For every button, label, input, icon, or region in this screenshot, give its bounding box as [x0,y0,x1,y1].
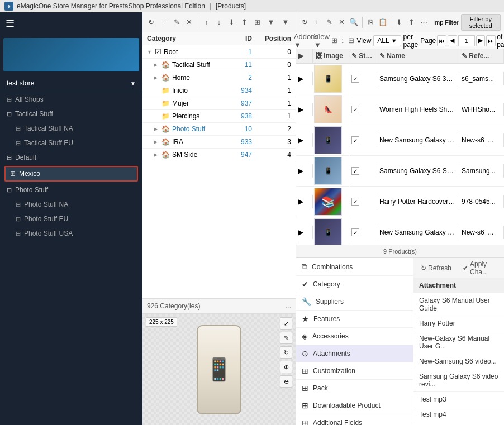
refresh-attach-btn[interactable]: ↻ Refresh [417,261,455,275]
tab-category[interactable]: ✔ Category [296,276,413,293]
status-checkbox[interactable]: ✓ [351,228,359,236]
tree-row-mujer[interactable]: 📁 Mujer 937 1 [142,97,296,110]
tab-pack[interactable]: ⊞ Pack [296,380,413,397]
apply-changes-btn[interactable]: ✔ Apply Cha... [459,261,501,275]
store-selector[interactable]: test store ▼ [0,75,142,92]
table-row[interactable]: ▶ 📱 ✓ New Samsung Galaxy S6 32GB Gold Ne… [296,217,504,245]
photo-id: 10 [218,125,252,133]
status-checkbox[interactable]: ✓ [351,75,359,83]
table-row[interactable]: ▶ 📱 ✓ Samsung Galaxy S6 SM-G920F 32GB Sa… [296,156,504,187]
tree-row-root[interactable]: ▼ ☑ Root 1 0 [142,45,296,59]
sort-btn[interactable]: ↕ [340,34,345,47]
attach-item[interactable]: New-Galaxy S6 Manual User G... [413,331,504,354]
edit-img-btn[interactable]: ✎ [280,332,292,344]
tree-row-ira[interactable]: ▶ 🏠 IRA 933 3 [142,136,296,149]
mexico-label: Mexico [19,170,40,178]
edit-product-btn[interactable]: ✎ [324,16,335,29]
attach-item[interactable]: Galaxy S6 Manual User Guide [413,293,504,316]
tree-row-smside[interactable]: ▶ 🏠 SM Side 947 4 [142,149,296,161]
sidebar-item-photo-usa[interactable]: ⊞ Photo Stuff USA [0,226,142,241]
tab-suppliers[interactable]: 🔧 Suppliers [296,293,413,311]
sidebar-item-tactical-eu[interactable]: ⊞ Tactical Stuff EU [0,136,142,150]
photo-eu-label: Photo Stuff EU [24,215,68,223]
attach-item[interactable]: Harry Potter [413,316,504,331]
tab-additional[interactable]: ⊞ Additional Fields [296,414,413,425]
sidebar-item-default[interactable]: ⊟ Default [0,150,142,165]
move-up-btn[interactable]: ↑ [201,16,212,29]
table-row[interactable]: ▶ 👠 ✓ Women High Heels Shoes Pumps 10cm … [296,94,504,125]
columns-btn[interactable]: ⊞ [331,34,338,47]
refresh-products-btn[interactable]: ↻ [299,16,310,29]
more-btn[interactable]: ... [286,302,291,310]
status-checkbox[interactable]: ✓ [351,198,359,206]
tree-row-home[interactable]: ▶ 🏠 Home 2 1 [142,71,296,84]
sidebar-item-tactical-stuff[interactable]: ⊟ Tactical Stuff [0,107,142,121]
status-checkbox[interactable]: ✓ [351,167,359,175]
filter-select-btn[interactable]: ▼ [279,16,292,29]
addons-btn[interactable]: Addons ▼ [299,34,313,47]
attach-item[interactable]: New-Samsung S6 video... [413,354,504,369]
tree-row-photo[interactable]: ▶ 🏠 Photo Stuff 10 2 [142,123,296,136]
attach-item[interactable]: Test pdf [413,422,504,425]
attach-item[interactable]: Test mp4 [413,407,504,422]
attach-item[interactable]: Test mp3 [413,392,504,407]
tab-attachments[interactable]: ⊙ Attachments [296,345,413,362]
delete-category-btn[interactable]: ✕ [184,16,195,29]
tree-row-tactical[interactable]: ▶ 🏠 Tactical Stuff 11 0 [142,59,296,71]
sidebar-item-mexico[interactable]: ⊞ Mexico [4,166,138,182]
import-prod-btn[interactable]: ⬇ [394,16,405,29]
sidebar-item-photo-stuff[interactable]: ⊟ Photo Stuff [0,183,142,197]
search-product-btn[interactable]: 🔍 [349,16,359,29]
tab-accessories[interactable]: ◈ Accessories [296,328,413,345]
sep3 [391,17,391,28]
sidebar-item-all-shops[interactable]: ⊞ All Shops [0,92,142,107]
category-icon: ✔ [302,280,308,289]
first-page-btn[interactable]: ⏮ [437,35,446,46]
more-tools-btn[interactable]: ⋯ [419,16,429,29]
edit-category-btn[interactable]: ✎ [171,16,182,29]
sidebar-item-photo-eu[interactable]: ⊞ Photo Stuff EU [0,212,142,226]
import-btn[interactable]: ⬇ [226,16,237,29]
sidebar-item-photo-na[interactable]: ⊞ Photo Stuff NA [0,197,142,212]
refresh-categories-btn[interactable]: ↻ [146,16,157,29]
group-btn[interactable]: ⊞ [348,34,355,47]
filter-selected-btn[interactable]: Filter by selected [461,14,501,31]
tab-downloadable[interactable]: ⊞ Downloadable Product [296,397,413,414]
move-down-btn[interactable]: ↓ [213,16,225,29]
status-checkbox[interactable]: ✓ [351,106,359,113]
home-row-icon: 🏠 [161,74,170,82]
next-page-btn[interactable]: ▶ [476,35,486,46]
zoom-out-btn[interactable]: ⊖ [280,375,292,388]
tab-customization[interactable]: ⊞ Customization [296,362,413,380]
export-btn[interactable]: ⬆ [239,16,250,29]
all-dropdown[interactable]: ALL ▼ [373,35,401,46]
expand-img-btn[interactable]: ⤢ [280,317,292,330]
tactical-id: 11 [218,61,252,69]
sidebar-item-tactical-na[interactable]: ⊞ Tactical Stuff NA [0,121,142,136]
tree-row-piercings[interactable]: 📁 Piercings 938 1 [142,110,296,123]
filter-btn[interactable]: ▼ [264,16,278,29]
page-input[interactable] [458,35,475,46]
prev-page-btn[interactable]: ◀ [448,35,457,46]
view-btn[interactable]: View ▼ [315,34,329,47]
tab-features[interactable]: ★ Features [296,311,413,328]
table-row[interactable]: ▶ 📱 ✓ New Samsung Galaxy S6 32GB Gold Ne… [296,125,504,156]
zoom-in-btn[interactable]: ⊕ [280,361,292,373]
status-checkbox[interactable]: ✓ [351,136,359,144]
attach-item[interactable]: Samsung Galaxy S6 video revi... [413,369,504,392]
photo-stuff-label: Photo Stuff [15,186,48,194]
table-row[interactable]: ▶ 📚 ✓ Harry Potter Hardcover Boxed Set 9… [296,187,504,217]
table-row[interactable]: ▶ 📱 ✓ Samsung Galaxy S6 32GB G920F Gold … [296,64,504,94]
delete-product-btn[interactable]: ✕ [336,16,347,29]
tab-combinations[interactable]: ⧉ Combinations [296,258,413,276]
add-category-btn[interactable]: + [159,16,170,29]
export-prod-btn[interactable]: ⬆ [406,16,417,29]
tree-row-inicio[interactable]: 📁 Inicio 934 1 [142,84,296,97]
add-product-btn[interactable]: + [312,16,322,29]
tree-view-btn[interactable]: ⊞ [251,16,263,29]
last-page-btn[interactable]: ⏭ [486,35,496,46]
hamburger-icon[interactable]: ☰ [6,17,15,30]
rotate-img-btn[interactable]: ↻ [280,346,292,359]
paste-btn[interactable]: 📋 [377,16,388,29]
copy-btn[interactable]: ⎘ [365,16,375,29]
